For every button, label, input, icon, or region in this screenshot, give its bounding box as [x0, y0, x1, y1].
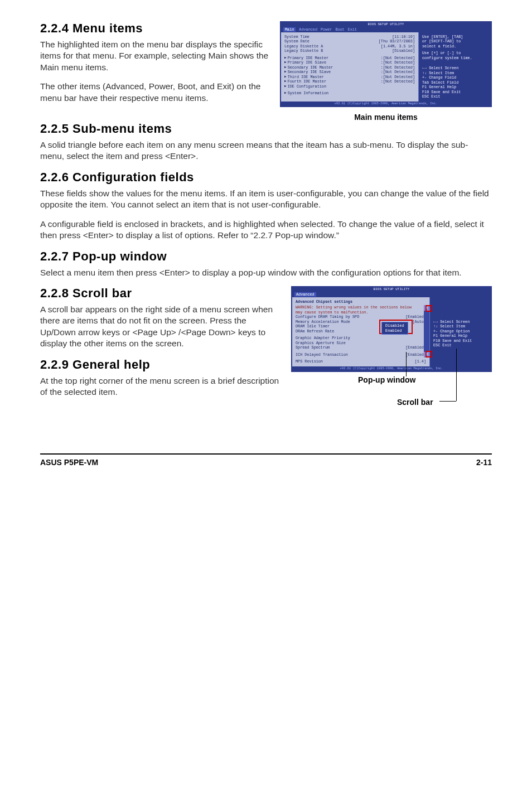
bios-help-text: configure system time. [422, 56, 487, 60]
bios-warning-text: WARNING: Setting wrong values in the sec… [296, 305, 426, 310]
heading-229: 2.2.9 General help [40, 357, 283, 372]
footer-product: ASUS P5PE-VM [40, 458, 98, 467]
bios-left-pane: Advanced Chipset settings WARNING: Setti… [292, 297, 429, 366]
bios-field-value: [Enabled] [405, 345, 426, 350]
bios-field-value: :[Not Detected] [381, 75, 415, 79]
bios-field-label: MPS Revision [296, 359, 415, 364]
bios-tabbar: Main Advanced Power Boot Exit [281, 27, 491, 32]
bios-help-pane: Use [ENTER], [TAB] or [SHIFT-TAB] to sel… [418, 32, 491, 102]
bios-help-text: select a field. [422, 44, 487, 49]
bios-key-hint: +- Change Field [422, 75, 487, 80]
bios-key-hint: ←→ Select Screen [433, 320, 487, 324]
para-225-1: A solid triangle before each item on any… [40, 139, 492, 162]
bios-field-value: [Thu 03/27/2003] [379, 39, 415, 44]
bios-field-label: Graphics Aperture Size [296, 341, 426, 345]
bios-submenu-item: Third IDE Master [288, 75, 381, 79]
bios-title: BIOS SETUP UTILITY [281, 22, 491, 27]
bios-key-hint: F10 Save and Exit [433, 339, 487, 343]
bios-field-label: System Date [284, 39, 379, 44]
bios-field-label: Configure DRAM Timing by SPD [296, 315, 405, 319]
bios-section-header: Advanced Chipset settings [296, 299, 426, 304]
bios-title: BIOS SETUP UTILITY [292, 287, 491, 292]
bios-key-hint: Tab Select Field [422, 80, 487, 85]
bios-tab: Power [321, 27, 332, 32]
bios-field-label: ICH Delayed Transaction [296, 352, 405, 357]
heading-226: 2.2.6 Configuration fields [40, 170, 492, 185]
bios-key-hint: ↑↓ Select Item [433, 324, 487, 328]
bios-tab: Exit [348, 27, 357, 32]
para-226-1: These fields show the values for the men… [40, 188, 492, 211]
bios-field-label: Legacy Diskette A [284, 44, 381, 49]
annotation-popup-label: Pop-up window [358, 375, 415, 384]
annotation-line [439, 401, 456, 402]
scroll-up-icon: ▲ [424, 305, 429, 311]
bios-field-label: System Time [284, 35, 392, 39]
bios-field-value: [1.44M, 3.5 in] [381, 44, 415, 49]
bios-field-label: Graphic Adapter Priority [296, 336, 426, 340]
bios-field-value: :[Not Detected] [381, 70, 415, 74]
bios-key-hint: +- Change Option [433, 329, 487, 334]
scroll-down-icon: ▼ [424, 352, 429, 357]
bios-submenu-item: System Information [288, 91, 415, 95]
para-227-1: Select a menu item then press <Enter> to… [40, 267, 492, 278]
heading-224: 2.2.4 Menu items [40, 21, 272, 36]
bios-scrollbar: ▲ ▼ [424, 305, 429, 357]
para-226-2: A configurable field is enclosed in brac… [40, 219, 492, 241]
bios-tab: Main [283, 27, 296, 32]
bios-help-text: or [SHIFT-TAB] to [422, 39, 487, 44]
bios-key-hint: ↑↓ Select Item [422, 71, 487, 75]
bios-help-text: Use [+] or [-] to [422, 51, 487, 55]
bios-advanced-screenshot: BIOS SETUP UTILITY Advanced Advanced Chi… [291, 286, 492, 372]
bios-tab: Boot [335, 27, 344, 32]
bios-field-value: [1.4] [415, 359, 426, 364]
bios-field-value: [Enabled] [405, 315, 426, 319]
bios-field-value: :[Not Detected] [381, 56, 415, 60]
para-224-1: The highlighted item on the menu bar dis… [40, 39, 272, 73]
bios-submenu-item: Primary IDE Slave [288, 60, 381, 65]
bios-field-value: [Enabled] [405, 352, 426, 357]
bios-key-hint: F10 Save and Exit [422, 90, 487, 94]
bios-key-hint: F1 General Help [422, 85, 487, 89]
bios-popup-window: Disabled Enabled [381, 322, 408, 335]
bios-left-pane: System Time[11:10:19] System Date[Thu 03… [281, 32, 418, 102]
bios-submenu-item: IDE Configuration [288, 84, 415, 89]
heading-227: 2.2.7 Pop-up window [40, 249, 492, 264]
bios-field-value: :[Not Detected] [381, 60, 415, 65]
annotation-line [406, 352, 407, 376]
figure-caption-main-menu: Main menu items [280, 113, 492, 122]
bios-popup-option: Disabled [385, 323, 404, 328]
bios-submenu-item: Secondary IDE Slave [288, 70, 381, 74]
bios-field-value: [11:10:19] [392, 35, 415, 39]
bios-submenu-item: Primary IDE Master [288, 56, 381, 60]
bios-tab: Advanced [294, 292, 316, 297]
heading-228: 2.2.8 Scroll bar [40, 286, 283, 301]
bios-key-hint: F1 General Help [433, 334, 487, 338]
bios-submenu-item: Fourth IDE Master [288, 79, 381, 84]
bios-main-screenshot: BIOS SETUP UTILITY Main Advanced Power B… [280, 21, 492, 107]
bios-help-pane: ←→ Select Screen ↑↓ Select Item +- Chang… [429, 297, 491, 366]
bios-key-hint: ESC Exit [422, 94, 487, 99]
bios-warning-text: may cause system to malfunction. [296, 310, 426, 315]
bios-field-value: :[Not Detected] [381, 79, 415, 84]
para-228-1: A scroll bar appears on the right side o… [40, 304, 283, 350]
bios-tab: Advanced [299, 27, 317, 32]
bios-help-text: Use [ENTER], [TAB] [422, 35, 487, 39]
bios-copyright: v02.61 (C)Copyright 1985-2006, American … [292, 366, 491, 371]
bios-field-label: Spread Spectrum [296, 345, 405, 350]
bios-key-hint: ←→ Select Screen [422, 66, 487, 70]
para-224-2: The other items (Advanced, Power, Boot, … [40, 81, 272, 104]
annotation-line [456, 349, 457, 401]
annotation-scroll-label: Scroll bar [397, 398, 433, 407]
bios-submenu-item: Secondary IDE Master [288, 65, 381, 70]
bios-field-value: [Disabled] [392, 49, 415, 53]
bios-field-value: :[Not Detected] [381, 65, 415, 70]
bios-copyright: v02.61 (C)Copyright 1985-2006, American … [281, 102, 491, 106]
para-229-1: At the top right corner of the menu scre… [40, 375, 283, 398]
heading-225: 2.2.5 Sub-menu items [40, 122, 492, 136]
footer-page-number: 2-11 [476, 458, 492, 467]
bios-field-label: Legacy Diskette B [284, 49, 392, 53]
bios-popup-option: Enabled [385, 328, 404, 334]
bios-tabbar: Advanced [292, 292, 491, 297]
bios-key-hint: ESC Exit [433, 343, 487, 347]
